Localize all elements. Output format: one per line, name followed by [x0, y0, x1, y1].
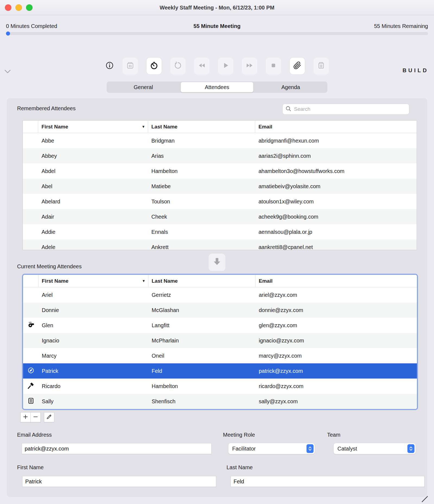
cell-email: aankretti8@cpanel.net [255, 244, 417, 250]
cell-email: ignacio@zzyx.com [256, 338, 417, 344]
team-select[interactable]: Catalyst [334, 443, 416, 454]
table-row[interactable]: Addie Ennals aennalsou@plala.or.jp [23, 224, 417, 240]
cell-last-name: Bridgman [148, 138, 255, 144]
attendees-panel: Remembered Attendees First Name▼ Last Na… [7, 98, 427, 497]
attachment-button[interactable] [290, 58, 305, 74]
table-row[interactable]: Ricardo Hambelton ricardo@zzyx.com [23, 379, 417, 394]
remove-attendee-button[interactable] [30, 412, 41, 422]
popup-stepper-icon [407, 444, 414, 453]
table-row[interactable]: Abel Matiebe amatiebeiv@yolasite.com [23, 179, 417, 194]
remembered-attendees-title: Remembered Attendees [17, 105, 76, 112]
resize-grip[interactable] [420, 495, 429, 503]
cell-last-name: Matiebe [148, 183, 255, 190]
timer-button[interactable] [146, 58, 162, 74]
search-field[interactable] [282, 104, 409, 115]
search-icon [285, 106, 291, 113]
table-row[interactable]: Abdel Hambelton ahambelton3o@howstuffwor… [23, 163, 417, 179]
current-attendees-title: Current Meeting Attendees [17, 263, 82, 270]
calendar-button[interactable]: 31 [123, 58, 138, 74]
email-address-field[interactable] [22, 443, 212, 454]
cell-last-name: Gerrietz [148, 292, 256, 298]
table-row[interactable]: Ariel Gerrietz ariel@zzyx.com [23, 287, 417, 303]
cell-last-name: Arias [148, 153, 255, 159]
table-row[interactable]: Abelard Toulson atoulson1x@wiley.com [23, 194, 417, 209]
notes-button[interactable] [314, 58, 329, 74]
table-row-selected[interactable]: Patrick Feld patrick@zzyx.com [23, 363, 417, 379]
last-name-field[interactable] [231, 476, 425, 487]
cell-last-name: Toulson [148, 199, 255, 205]
cell-last-name: Ennals [148, 229, 255, 235]
table-row[interactable]: Abbey Arias aarias2i@sphinn.com [23, 148, 417, 163]
table-row[interactable]: Glen Langfitt glen@zzyx.com [23, 318, 417, 333]
rewind-button[interactable] [194, 58, 209, 74]
meeting-role-label: Meeting Role [223, 432, 255, 438]
tab-bar: General Attendees Agenda [107, 81, 327, 93]
last-name-column-header[interactable]: Last Name [148, 121, 255, 133]
window-title: Weekly Staff Meeting - Mon, 6/12/23, 1:0… [0, 0, 434, 15]
cell-email: abridgmanfi@hexun.com [255, 138, 417, 144]
cell-first-name: Abbe [38, 138, 148, 144]
tab-general[interactable]: General [107, 82, 180, 92]
current-attendees-table: First Name▼ Last Name Email Ariel Gerrie… [22, 274, 418, 410]
reset-button[interactable] [170, 58, 186, 74]
table-row[interactable]: Abbe Bridgman abridgmanfi@hexun.com [23, 133, 417, 148]
progress-thumb[interactable] [6, 32, 10, 36]
tab-attendees[interactable]: Attendees [181, 82, 254, 92]
popup-stepper-icon [307, 444, 314, 453]
progress-track [6, 32, 428, 35]
play-icon [222, 61, 230, 71]
table-row[interactable]: Adele Ankrett aankretti8@cpanel.net [23, 240, 417, 250]
team-value: Catalyst [337, 446, 357, 452]
cell-email: aennalsou@plala.or.jp [255, 229, 417, 235]
first-name-field[interactable] [22, 476, 216, 487]
build-label: BUILD [403, 67, 429, 74]
cell-email: donnie@zzyx.com [256, 307, 417, 313]
email-column-header[interactable]: Email [255, 121, 417, 133]
cell-email: acheek9g@booking.com [255, 214, 417, 220]
cell-first-name: Ariel [39, 292, 148, 298]
minutes-remaining-label: 55 Minutes Remaining [374, 23, 428, 29]
table-row[interactable]: Marcy Oneil marcy@zzyx.com [23, 348, 417, 363]
first-name-column-header[interactable]: First Name▼ [39, 275, 148, 287]
info-button[interactable] [105, 62, 114, 70]
cell-last-name: Shenfisch [148, 398, 256, 405]
cell-email: patrick@zzyx.com [256, 368, 417, 374]
table-row[interactable]: Donnie McGlashan donnie@zzyx.com [23, 303, 417, 318]
cell-email: marcy@zzyx.com [256, 353, 417, 359]
cell-first-name: Ignacio [39, 338, 148, 344]
sort-indicator-icon: ▼ [142, 125, 145, 129]
tab-agenda[interactable]: Agenda [254, 82, 327, 92]
add-attendee-button[interactable] [20, 412, 31, 422]
last-name-column-header[interactable]: Last Name [148, 275, 256, 287]
cell-first-name: Abelard [38, 199, 148, 205]
timer-icon [150, 61, 158, 71]
table-row[interactable]: Sally Shenfisch sally@zzyx.com [23, 394, 417, 409]
table-header: First Name▼ Last Name Email [23, 275, 417, 287]
edit-attendee-button[interactable] [44, 412, 54, 422]
move-down-arrow-icon [213, 257, 221, 268]
calendar-icon: 31 [126, 61, 134, 71]
cell-last-name: Ankrett [148, 244, 255, 250]
cell-first-name: Ricardo [39, 383, 148, 389]
table-row[interactable]: Adair Cheek acheek9g@booking.com [23, 209, 417, 224]
plus-icon [23, 414, 28, 421]
cell-last-name: Feld [148, 368, 256, 374]
cell-email: ariel@zzyx.com [256, 292, 417, 298]
cell-email: sally@zzyx.com [256, 398, 417, 405]
email-column-header[interactable]: Email [256, 275, 417, 287]
search-input[interactable] [293, 106, 406, 112]
table-row[interactable]: Ignacio McPharlain ignacio@zzyx.com [23, 333, 417, 348]
title-bar: Weekly Staff Meeting - Mon, 6/12/23, 1:0… [0, 0, 434, 15]
move-down-button[interactable] [209, 254, 225, 271]
play-button[interactable] [218, 58, 233, 74]
minus-icon [33, 414, 39, 421]
cell-last-name: McPharlain [148, 338, 256, 344]
cell-first-name: Sally [39, 398, 148, 405]
first-name-column-header[interactable]: First Name▼ [38, 121, 148, 133]
icon-column-header [23, 275, 39, 287]
stop-button[interactable] [266, 58, 281, 74]
cell-first-name: Abdel [38, 168, 148, 174]
cell-email: glen@zzyx.com [256, 322, 417, 329]
meeting-role-select[interactable]: Facilitator [228, 443, 315, 454]
fast-forward-button[interactable] [242, 58, 257, 74]
